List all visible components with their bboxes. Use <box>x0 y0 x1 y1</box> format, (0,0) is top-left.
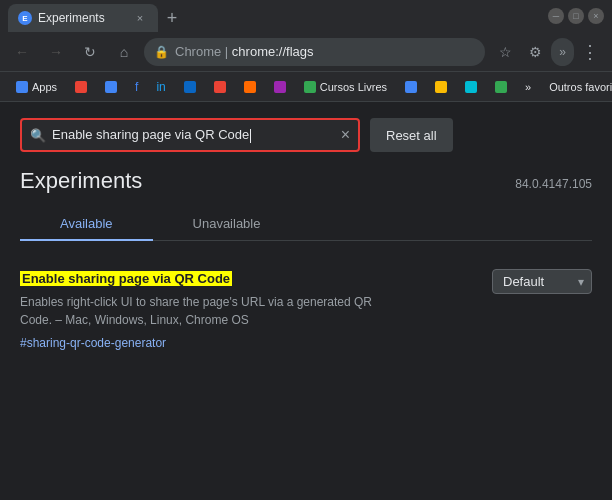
bookmark-apps[interactable]: Apps <box>8 76 65 98</box>
page-title: Experiments <box>20 168 142 194</box>
bookmarks-more-icon: » <box>525 81 531 93</box>
bookmark-chevron[interactable]: » <box>517 76 539 98</box>
bookmark-7[interactable] <box>236 76 264 98</box>
search-clear-button[interactable]: × <box>341 126 350 144</box>
tab-favicon: E <box>18 11 32 25</box>
bk11-icon <box>465 81 477 93</box>
bookmark-2[interactable] <box>97 76 125 98</box>
bookmark-cursos-label: Cursos Livres <box>320 81 387 93</box>
experiment-card: Enable sharing page via QR Code Enables … <box>20 257 592 363</box>
extensions-chevron[interactable]: » <box>551 38 574 66</box>
home-button[interactable]: ⌂ <box>110 38 138 66</box>
page-title-row: Experiments 84.0.4147.105 <box>20 168 592 194</box>
main-content: 🔍 Enable sharing page via QR Code × Rese… <box>0 102 612 500</box>
version-text: 84.0.4147.105 <box>515 177 592 191</box>
bk12-icon <box>495 81 507 93</box>
back-button[interactable]: ← <box>8 38 36 66</box>
reload-button[interactable]: ↻ <box>76 38 104 66</box>
bookmark-5[interactable] <box>176 76 204 98</box>
star-button[interactable]: ☆ <box>491 38 519 66</box>
bookmark-10[interactable] <box>427 76 455 98</box>
experiment-info: Enable sharing page via QR Code Enables … <box>20 269 472 351</box>
experiment-description: Enables right-click UI to share the page… <box>20 293 400 329</box>
experiment-tag[interactable]: #sharing-qr-code-generator <box>20 336 166 350</box>
bk4-icon: in <box>156 80 165 94</box>
bk10-icon <box>435 81 447 93</box>
bookmark-6[interactable] <box>206 76 234 98</box>
bk7-icon <box>244 81 256 93</box>
bookmark-apps-label: Apps <box>32 81 57 93</box>
bookmark-12[interactable] <box>487 76 515 98</box>
experiment-name-wrapper: Enable sharing page via QR Code <box>20 269 472 287</box>
search-icon: 🔍 <box>30 128 46 143</box>
bk3-icon: f <box>135 80 138 94</box>
bk9-icon <box>405 81 417 93</box>
window-controls: ─ □ × <box>548 8 604 24</box>
toolbar: ← → ↻ ⌂ 🔒 Chrome | chrome://flags ☆ ⚙ » … <box>0 32 612 72</box>
forward-button[interactable]: → <box>42 38 70 66</box>
tab-experiments[interactable]: E Experiments × <box>8 4 158 32</box>
new-tab-button[interactable]: + <box>158 4 186 32</box>
tabs-row: Available Unavailable <box>20 208 592 241</box>
bk6-icon <box>214 81 226 93</box>
tab-unavailable[interactable]: Unavailable <box>153 208 301 241</box>
address-icon: 🔒 <box>154 45 169 59</box>
bk2-icon <box>105 81 117 93</box>
experiment-name: Enable sharing page via QR Code <box>20 271 232 286</box>
bookmarks-bar: Apps f in Cursos Livres » Outros favorit <box>0 72 612 102</box>
search-cursor <box>250 129 251 143</box>
bk1-icon <box>75 81 87 93</box>
bookmark-1[interactable] <box>67 76 95 98</box>
bookmark-8[interactable] <box>266 76 294 98</box>
search-input[interactable]: Enable sharing page via QR Code <box>52 127 335 143</box>
search-value: Enable sharing page via QR Code <box>52 127 249 142</box>
tab-label: Experiments <box>38 11 105 25</box>
maximize-button[interactable]: □ <box>568 8 584 24</box>
address-flags-part: chrome://flags <box>232 44 314 59</box>
bk5-icon <box>184 81 196 93</box>
bookmark-9[interactable] <box>397 76 425 98</box>
bookmark-3[interactable]: f <box>127 76 146 98</box>
address-text: Chrome | chrome://flags <box>175 44 475 59</box>
address-bar[interactable]: 🔒 Chrome | chrome://flags <box>144 38 485 66</box>
extensions-button[interactable]: ⚙ <box>521 38 549 66</box>
address-chrome-part: Chrome <box>175 44 221 59</box>
tab-available[interactable]: Available <box>20 208 153 241</box>
experiment-row: Enable sharing page via QR Code Enables … <box>20 269 592 351</box>
experiment-control: Default Enabled Disabled <box>492 269 592 294</box>
title-bar: E Experiments × + ─ □ × <box>0 0 612 32</box>
reset-all-button[interactable]: Reset all <box>370 118 453 152</box>
bookmark-4[interactable]: in <box>148 76 173 98</box>
bookmark-cursos[interactable]: Cursos Livres <box>296 76 395 98</box>
apps-icon <box>16 81 28 93</box>
minimize-button[interactable]: ─ <box>548 8 564 24</box>
experiment-select[interactable]: Default Enabled Disabled <box>492 269 592 294</box>
close-window-button[interactable]: × <box>588 8 604 24</box>
more-button[interactable]: ⋮ <box>576 38 604 66</box>
toolbar-actions: ☆ ⚙ » ⋮ <box>491 38 604 66</box>
search-area: 🔍 Enable sharing page via QR Code × Rese… <box>20 118 592 152</box>
bk8-icon <box>274 81 286 93</box>
select-wrapper: Default Enabled Disabled <box>492 269 592 294</box>
tab-close-button[interactable]: × <box>132 10 148 26</box>
tab-strip: E Experiments × + <box>8 0 186 32</box>
cursos-icon <box>304 81 316 93</box>
outros-favoritos-button[interactable]: Outros favoritos <box>541 76 612 98</box>
search-box[interactable]: 🔍 Enable sharing page via QR Code × <box>20 118 360 152</box>
bookmark-11[interactable] <box>457 76 485 98</box>
